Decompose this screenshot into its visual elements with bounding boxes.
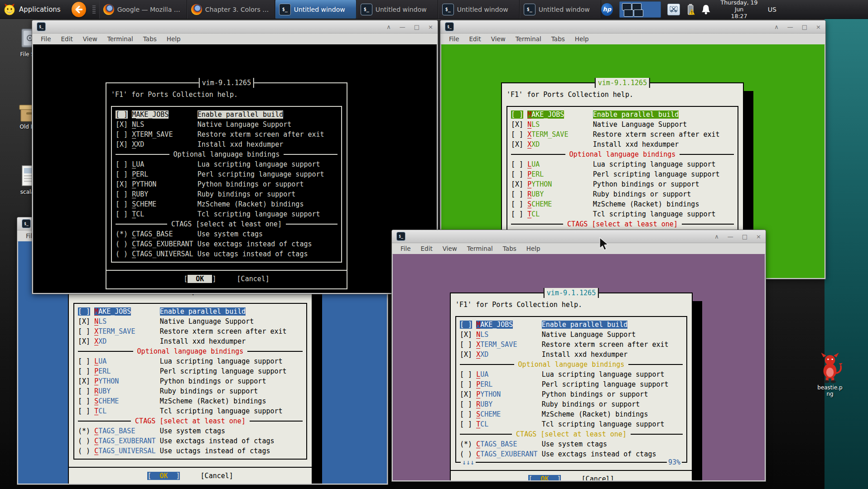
minimize-button[interactable]: —: [400, 24, 405, 30]
option-row-python[interactable]: [X] PYTHON Python bindings or support: [460, 389, 683, 399]
option-row-ctags_base[interactable]: (*) CTAGS_BASE Use system ctags: [78, 426, 303, 436]
menu-edit[interactable]: Edit: [56, 35, 78, 43]
option-row-ruby[interactable]: [ ] RUBY Ruby bindings or support: [78, 386, 303, 396]
option-row-lua[interactable]: [ ] LUA Lua scripting language support: [511, 159, 734, 169]
option-row-perl[interactable]: [ ] PERL Perl scripting language support: [78, 366, 303, 376]
close-button[interactable]: ×: [756, 234, 761, 240]
menu-tabs[interactable]: Tabs: [546, 35, 570, 43]
menu-edit[interactable]: Edit: [464, 35, 486, 43]
taskbar-button[interactable]: $_Untitled window: [438, 0, 520, 19]
option-row-ctags_universal[interactable]: ( ) CTAGS_UNIVERSAL Use uctags instead o…: [78, 446, 303, 456]
option-row-lua[interactable]: [ ] LUA Lua scripting language support: [78, 356, 303, 366]
option-row-nls[interactable]: [X] NLS Native Language Support: [460, 330, 683, 340]
option-row-xxd[interactable]: [X] XXD Install xxd hexdumper: [460, 350, 683, 360]
terminal-content[interactable]: vim-9.1.1265'F1' for Ports Collection he…: [33, 44, 437, 293]
panel-grabber-handle[interactable]: [92, 5, 96, 14]
option-row-xterm_save[interactable]: [ ] XTERM_SAVE Restore xterm screen afte…: [460, 340, 683, 350]
option-row-lua[interactable]: [ ] LUA Lua scripting language support: [460, 369, 683, 379]
keyboard-layout-indicator[interactable]: US: [768, 6, 776, 13]
option-row-ctags_universal[interactable]: ( ) CTAGS_UNIVERSAL Use uctags instead o…: [116, 249, 338, 259]
maximize-button[interactable]: □: [414, 24, 420, 30]
option-row-xxd[interactable]: [X] XXD Install xxd hexdumper: [511, 139, 734, 149]
option-row-scheme[interactable]: [ ] SCHEME MzScheme (Racket) bindings: [78, 396, 303, 406]
applications-menu-button[interactable]: Applications: [0, 0, 67, 19]
close-button[interactable]: ×: [816, 24, 821, 30]
option-row-ruby[interactable]: [ ] RUBY Ruby bindings or support: [460, 399, 683, 409]
battery-warning-icon[interactable]: [686, 3, 695, 16]
option-row-make_jobs[interactable]: [ ] MAKE_JOBS Enable parallel build: [116, 110, 338, 120]
titlebar[interactable]: $_∧—□×: [32, 20, 438, 34]
back-button[interactable]: [72, 2, 86, 17]
option-row-lua[interactable]: [ ] LUA Lua scripting language support: [116, 159, 338, 169]
terminal-content[interactable]: vim-9.1.1265'F1' for Ports Collection he…: [393, 254, 765, 480]
shade-button[interactable]: ∧: [386, 24, 391, 30]
option-row-nls[interactable]: [X] NLS Native Language Support: [78, 316, 303, 326]
minimize-button[interactable]: —: [728, 234, 733, 240]
option-row-xterm_save[interactable]: [ ] XTERM_SAVE Restore xterm screen afte…: [511, 129, 734, 139]
option-row-scheme[interactable]: [ ] SCHEME MzScheme (Racket) bindings: [511, 199, 734, 209]
cancel-button[interactable]: [Cancel]: [582, 475, 614, 480]
option-row-make_jobs[interactable]: [ ] MAKE_JOBS Enable parallel build: [511, 110, 734, 120]
screenshot-tool-button[interactable]: [667, 4, 680, 15]
menu-file[interactable]: File: [395, 245, 416, 252]
menu-file[interactable]: File: [36, 35, 56, 43]
option-row-make_jobs[interactable]: [ ] MAKE_JOBS Enable parallel build: [78, 307, 303, 316]
option-row-tcl[interactable]: [ ] TCL Tcl scripting language support: [511, 209, 734, 219]
taskbar-button[interactable]: $_Untitled window: [520, 0, 601, 19]
option-row-ruby[interactable]: [ ] RUBY Ruby bindings or support: [511, 189, 734, 199]
notification-bell-icon[interactable]: [701, 4, 711, 15]
option-row-python[interactable]: [X] PYTHON Python bindings or support: [511, 179, 734, 189]
option-row-xxd[interactable]: [X] XXD Install xxd hexdumper: [78, 336, 303, 346]
option-row-perl[interactable]: [ ] PERL Perl scripting language support: [460, 379, 683, 389]
menu-help[interactable]: Help: [570, 35, 594, 43]
option-row-ctags_base[interactable]: (*) CTAGS_BASE Use system ctags: [460, 439, 683, 449]
menu-file[interactable]: File: [444, 35, 464, 43]
option-row-ctags_exuberant[interactable]: ( ) CTAGS_EXUBERANT Use exctags instead …: [116, 239, 338, 249]
menu-help[interactable]: Help: [162, 35, 186, 43]
cancel-button[interactable]: [Cancel]: [237, 275, 270, 283]
option-row-tcl[interactable]: [ ] TCL Tcl scripting language support: [116, 209, 338, 219]
workspace-pager[interactable]: [619, 1, 661, 18]
menu-terminal[interactable]: Terminal: [511, 35, 546, 43]
taskbar-button[interactable]: $_Untitled window: [275, 0, 357, 19]
menu-edit[interactable]: Edit: [416, 245, 438, 252]
menu-help[interactable]: Help: [521, 245, 545, 252]
maximize-button[interactable]: □: [802, 24, 807, 30]
option-row-perl[interactable]: [ ] PERL Perl scripting language support: [116, 169, 338, 179]
menu-view[interactable]: View: [78, 35, 102, 43]
option-row-ctags_exuberant[interactable]: ( ) CTAGS_EXUBERANT Use exctags instead …: [460, 449, 683, 459]
option-row-python[interactable]: [X] PYTHON Python bindings or support: [78, 376, 303, 386]
option-row-tcl[interactable]: [ ] TCL Tcl scripting language support: [460, 419, 683, 429]
option-row-make_jobs[interactable]: [ ] MAKE_JOBS Enable parallel build: [460, 320, 683, 330]
titlebar[interactable]: $_∧—□×: [440, 20, 825, 34]
menu-terminal[interactable]: Terminal: [462, 245, 498, 252]
taskbar-button[interactable]: Chapter 3. Colors | Fr...: [187, 0, 275, 19]
maximize-button[interactable]: □: [742, 234, 747, 240]
option-row-scheme[interactable]: [ ] SCHEME MzScheme (Racket) bindings: [116, 199, 338, 209]
shade-button[interactable]: ∧: [714, 234, 719, 240]
menu-terminal[interactable]: Terminal: [102, 35, 138, 43]
option-row-xxd[interactable]: [X] XXD Install xxd hexdumper: [116, 139, 338, 149]
desktop-icon-beastie-png[interactable]: beastie.png: [812, 357, 848, 397]
option-row-nls[interactable]: [X] NLS Native Language Support: [116, 120, 338, 129]
option-row-python[interactable]: [X] PYTHON Python bindings or support: [116, 179, 338, 189]
menu-view[interactable]: View: [438, 245, 462, 252]
clock[interactable]: Thursday, 19 Jun 18:27: [717, 0, 762, 19]
option-row-ctags_base[interactable]: (*) CTAGS_BASE Use system ctags: [116, 229, 338, 239]
option-row-ctags_exuberant[interactable]: ( ) CTAGS_EXUBERANT Use exctags instead …: [78, 436, 303, 446]
option-row-nls[interactable]: [X] NLS Native Language Support: [511, 120, 734, 129]
option-row-xterm_save[interactable]: [ ] XTERM_SAVE Restore xterm screen afte…: [78, 326, 303, 336]
cancel-button[interactable]: [Cancel]: [201, 472, 233, 480]
option-row-xterm_save[interactable]: [ ] XTERM_SAVE Restore xterm screen afte…: [116, 129, 338, 139]
ok-button[interactable]: [ OK ]: [183, 275, 216, 283]
option-row-scheme[interactable]: [ ] SCHEME MzScheme (Racket) bindings: [460, 409, 683, 419]
ok-button[interactable]: [ OK ]: [528, 475, 561, 480]
option-row-ruby[interactable]: [ ] RUBY Ruby bindings or support: [116, 189, 338, 199]
shade-button[interactable]: ∧: [774, 24, 779, 30]
close-button[interactable]: ×: [428, 24, 433, 30]
taskbar-button[interactable]: Google — Mozilla Fire...: [99, 0, 187, 19]
menu-view[interactable]: View: [486, 35, 511, 43]
menu-tabs[interactable]: Tabs: [498, 245, 521, 252]
option-row-tcl[interactable]: [ ] TCL Tcl scripting language support: [78, 406, 303, 416]
titlebar[interactable]: $_∧—□×: [392, 230, 766, 243]
